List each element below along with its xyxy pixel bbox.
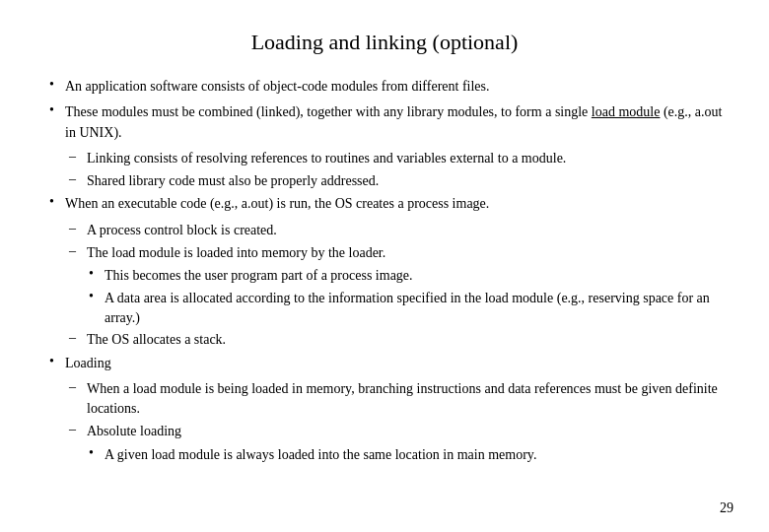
list-item: – Shared library code must also be prope… bbox=[69, 171, 730, 191]
sub-sub-item-text: A given load module is always loaded int… bbox=[105, 445, 730, 465]
slide: Loading and linking (optional) • An appl… bbox=[0, 0, 769, 532]
sub-bullet: • bbox=[89, 289, 105, 304]
dash: – bbox=[69, 422, 87, 437]
bullet-text: When an executable code (e.g., a.out) is… bbox=[65, 194, 730, 214]
dash: – bbox=[69, 149, 87, 165]
list-item: • When an executable code (e.g., a.out) … bbox=[49, 194, 730, 214]
bullet-dot: • bbox=[49, 194, 65, 210]
sub-sub-list: • This becomes the user program part of … bbox=[89, 266, 730, 328]
sub-sub-list: • A given load module is always loaded i… bbox=[89, 445, 730, 465]
sub-item-text: A process control block is created. bbox=[87, 221, 730, 240]
underline-text: load module bbox=[592, 104, 661, 119]
sub-sub-item-text: A data area is allocated according to th… bbox=[105, 289, 730, 329]
list-item: • Loading bbox=[49, 354, 730, 373]
page-number: 29 bbox=[720, 500, 734, 516]
list-item: – The OS allocates a stack. bbox=[69, 330, 730, 350]
dash: – bbox=[69, 243, 87, 259]
list-item: • These modules must be combined (linked… bbox=[49, 102, 730, 143]
sub-bullet: • bbox=[89, 445, 105, 461]
list-item: • A data area is allocated according to … bbox=[89, 289, 730, 329]
sub-sub-item-text: This becomes the user program part of a … bbox=[105, 266, 730, 286]
sub-item-text: Linking consists of resolving references… bbox=[87, 149, 730, 168]
dash: – bbox=[69, 379, 87, 395]
dash: – bbox=[69, 221, 87, 236]
slide-title: Loading and linking (optional) bbox=[39, 30, 730, 55]
sub-list: – A process control block is created. – … bbox=[69, 221, 730, 351]
sub-item-text: The OS allocates a stack. bbox=[87, 330, 730, 350]
list-item: • An application software consists of ob… bbox=[49, 77, 730, 97]
bullet-dot: • bbox=[49, 77, 65, 93]
sub-item-text: When a load module is being loaded in me… bbox=[87, 379, 730, 420]
sub-item-text: Absolute loading bbox=[87, 422, 730, 441]
text-before-underline: These modules must be combined (linked),… bbox=[65, 104, 592, 119]
sub-item-text: Shared library code must also be properl… bbox=[87, 171, 730, 191]
sub-list: – Linking consists of resolving referenc… bbox=[69, 149, 730, 192]
list-item: • A given load module is always loaded i… bbox=[89, 445, 730, 465]
bullet-text: These modules must be combined (linked),… bbox=[65, 102, 730, 143]
sub-list: – When a load module is being loaded in … bbox=[69, 379, 730, 465]
list-item: – When a load module is being loaded in … bbox=[69, 379, 730, 420]
bullet-text: Loading bbox=[65, 354, 730, 373]
list-item: • This becomes the user program part of … bbox=[89, 266, 730, 286]
sub-item-text: The load module is loaded into memory by… bbox=[87, 243, 730, 263]
sub-bullet: • bbox=[89, 266, 105, 282]
list-item: – Absolute loading bbox=[69, 422, 730, 441]
list-item: – Linking consists of resolving referenc… bbox=[69, 149, 730, 168]
slide-content: • An application software consists of ob… bbox=[39, 77, 730, 465]
dash: – bbox=[69, 171, 87, 187]
list-item: – A process control block is created. bbox=[69, 221, 730, 240]
list-item: – The load module is loaded into memory … bbox=[69, 243, 730, 263]
dash: – bbox=[69, 330, 87, 346]
bullet-text: An application software consists of obje… bbox=[65, 77, 730, 97]
bullet-dot: • bbox=[49, 354, 65, 369]
bullet-dot: • bbox=[49, 102, 65, 118]
